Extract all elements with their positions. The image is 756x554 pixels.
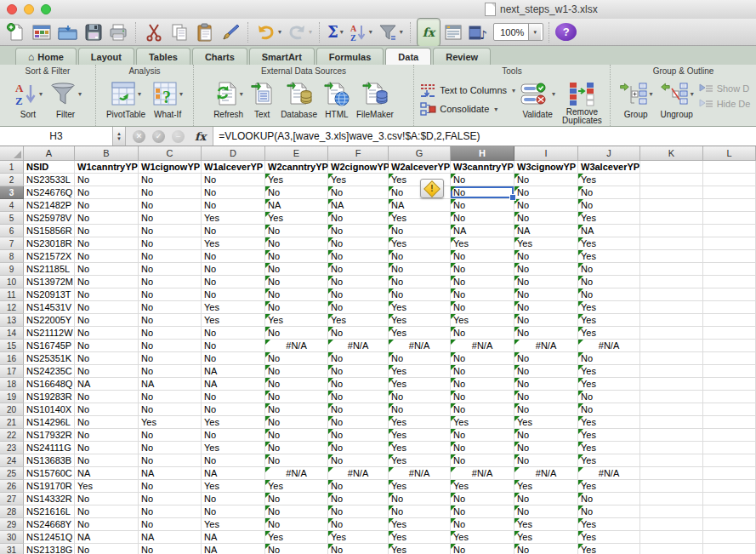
row-header-18[interactable]: 18: [0, 378, 24, 391]
cut-button[interactable]: [142, 20, 166, 44]
select-all-corner[interactable]: [0, 146, 24, 161]
cell-L16[interactable]: [703, 352, 756, 365]
cell-A28[interactable]: NS21616L: [24, 505, 75, 518]
cell-D23[interactable]: Yes: [202, 442, 265, 454]
cell-F12[interactable]: No: [328, 301, 389, 314]
cell-B5[interactable]: No: [75, 212, 139, 225]
cell-I11[interactable]: No: [514, 288, 578, 301]
cell-I30[interactable]: Yes: [514, 531, 578, 544]
cell-H31[interactable]: No: [451, 544, 514, 554]
tab-home[interactable]: ⌂Home: [15, 48, 77, 65]
cell-L28[interactable]: [703, 505, 756, 518]
cell-H4[interactable]: No: [451, 199, 514, 212]
row-header-21[interactable]: 21: [0, 416, 24, 429]
cell-K2[interactable]: [640, 174, 703, 186]
column-header-D[interactable]: D: [202, 146, 265, 161]
cell-F8[interactable]: No: [328, 250, 389, 263]
cancel-formula-button[interactable]: ✕: [133, 130, 145, 143]
cell-D11[interactable]: No: [202, 288, 265, 301]
import-text-button[interactable]: Text: [247, 79, 276, 119]
cell-B29[interactable]: No: [75, 518, 139, 531]
cell-H18[interactable]: No: [451, 378, 514, 391]
row-header-27[interactable]: 27: [0, 493, 24, 505]
cell-G21[interactable]: Yes: [389, 416, 451, 429]
cell-G17[interactable]: Yes: [389, 365, 451, 378]
cell-E10[interactable]: No: [265, 276, 328, 288]
cell-D29[interactable]: Yes: [202, 518, 265, 531]
cell-K20[interactable]: [640, 403, 703, 416]
cell-I4[interactable]: No: [514, 199, 578, 212]
cell-C8[interactable]: No: [139, 250, 202, 263]
cell-C6[interactable]: No: [139, 225, 202, 237]
cell-D10[interactable]: No: [202, 276, 265, 288]
cell-K11[interactable]: [640, 288, 703, 301]
cell-I2[interactable]: No: [514, 174, 578, 186]
column-header-E[interactable]: E: [265, 146, 328, 161]
cell-B14[interactable]: No: [75, 327, 139, 340]
cell-K30[interactable]: [640, 531, 703, 544]
cell-I26[interactable]: Yes: [514, 480, 578, 493]
cell-E19[interactable]: No: [265, 391, 328, 403]
cell-L1[interactable]: [703, 161, 756, 174]
cell-C20[interactable]: No: [139, 403, 202, 416]
cell-E4[interactable]: NA: [265, 199, 328, 212]
copy-button[interactable]: [168, 20, 191, 44]
group-button[interactable]: ▾ Group: [617, 79, 656, 119]
cell-B19[interactable]: No: [75, 391, 139, 403]
cell-I16[interactable]: No: [514, 352, 578, 365]
cell-H16[interactable]: No: [451, 352, 514, 365]
cell-L19[interactable]: [703, 391, 756, 403]
cell-A10[interactable]: NS13972M: [24, 276, 75, 288]
cell-E13[interactable]: Yes: [265, 314, 328, 327]
cell-C24[interactable]: No: [139, 454, 202, 467]
import-database-button[interactable]: Database: [278, 79, 320, 119]
cell-I6[interactable]: NA: [514, 225, 578, 237]
cell-E27[interactable]: No: [265, 493, 328, 505]
cell-A18[interactable]: NS16648Q: [24, 378, 75, 391]
cell-A11[interactable]: NS20913T: [24, 288, 75, 301]
tab-charts[interactable]: Charts: [192, 48, 247, 65]
cell-E29[interactable]: No: [265, 518, 328, 531]
filter-ribbon-button[interactable]: ▾ Filter: [47, 79, 84, 119]
row-header-3[interactable]: 3: [0, 186, 24, 199]
cell-J4[interactable]: No: [578, 199, 640, 212]
row-header-19[interactable]: 19: [0, 391, 24, 403]
cell-J2[interactable]: Yes: [578, 174, 640, 186]
row-header-6[interactable]: 6: [0, 225, 24, 237]
row-header-24[interactable]: 24: [0, 454, 24, 467]
cell-G16[interactable]: No: [389, 352, 451, 365]
cell-B20[interactable]: No: [75, 403, 139, 416]
cell-G24[interactable]: Yes: [389, 454, 451, 467]
cell-G9[interactable]: No: [389, 263, 451, 276]
remove-duplicates-button[interactable]: RemoveDuplicates: [560, 79, 605, 125]
cell-J16[interactable]: No: [578, 352, 640, 365]
cell-C22[interactable]: No: [139, 429, 202, 442]
cell-F14[interactable]: No: [328, 327, 389, 340]
row-header-17[interactable]: 17: [0, 365, 24, 378]
cell-J28[interactable]: No: [578, 505, 640, 518]
cell-J1[interactable]: W3alceverYP: [578, 161, 640, 174]
cell-F9[interactable]: No: [328, 263, 389, 276]
cell-I20[interactable]: No: [514, 403, 578, 416]
row-header-11[interactable]: 11: [0, 288, 24, 301]
column-header-J[interactable]: J: [578, 146, 640, 161]
tab-data[interactable]: Data: [385, 48, 431, 65]
cell-F3[interactable]: No: [328, 186, 389, 199]
cell-D1[interactable]: W1alceverYP: [202, 161, 265, 174]
cell-J23[interactable]: Yes: [578, 442, 640, 454]
cell-E25[interactable]: #N/A: [265, 467, 328, 480]
cell-K8[interactable]: [640, 250, 703, 263]
cell-A25[interactable]: NS15760C: [24, 467, 75, 480]
cell-G7[interactable]: Yes: [389, 237, 451, 250]
cell-A2[interactable]: NS23533L: [24, 174, 75, 186]
row-header-26[interactable]: 26: [0, 480, 24, 493]
cell-F1[interactable]: W2cignowYP: [328, 161, 389, 174]
cell-B13[interactable]: No: [75, 314, 139, 327]
cell-H13[interactable]: Yes: [451, 314, 514, 327]
error-checking-smart-tag[interactable]: !: [420, 179, 444, 198]
cell-L3[interactable]: [703, 186, 756, 199]
cell-H2[interactable]: No: [451, 174, 514, 186]
cell-L12[interactable]: [703, 301, 756, 314]
cell-K25[interactable]: [640, 467, 703, 480]
close-window-button[interactable]: [7, 4, 17, 14]
